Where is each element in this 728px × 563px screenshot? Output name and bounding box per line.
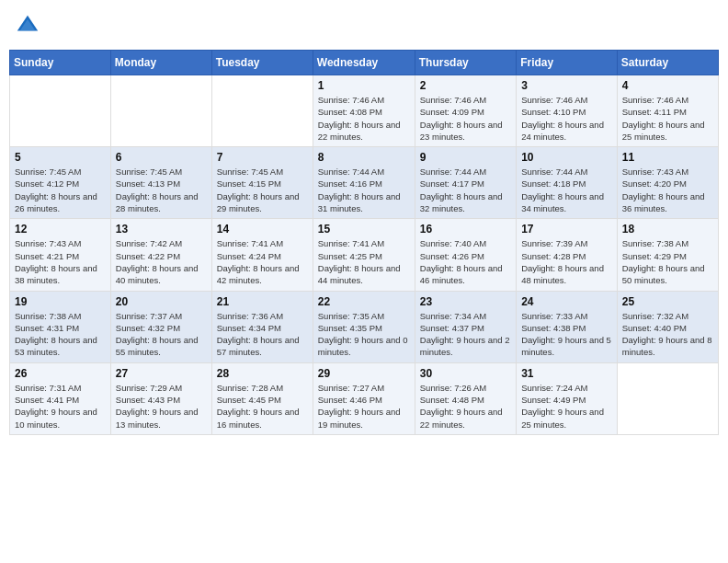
day-number: 17 xyxy=(521,223,612,236)
day-number: 4 xyxy=(622,79,713,92)
calendar-cell: 7Sunrise: 7:45 AM Sunset: 4:15 PM Daylig… xyxy=(211,147,313,219)
calendar-cell: 31Sunrise: 7:24 AM Sunset: 4:49 PM Dayli… xyxy=(517,362,618,434)
day-header-wednesday: Wednesday xyxy=(313,51,415,75)
day-header-sunday: Sunday xyxy=(10,51,111,75)
calendar-cell: 28Sunrise: 7:28 AM Sunset: 4:45 PM Dayli… xyxy=(211,362,313,434)
calendar-cell: 17Sunrise: 7:39 AM Sunset: 4:28 PM Dayli… xyxy=(517,219,618,291)
day-info: Sunrise: 7:40 AM Sunset: 4:26 PM Dayligh… xyxy=(420,237,511,286)
day-info: Sunrise: 7:44 AM Sunset: 4:18 PM Dayligh… xyxy=(521,166,612,214)
day-info: Sunrise: 7:46 AM Sunset: 4:10 PM Dayligh… xyxy=(521,94,612,143)
day-header-tuesday: Tuesday xyxy=(211,51,313,75)
day-info: Sunrise: 7:39 AM Sunset: 4:28 PM Dayligh… xyxy=(521,237,612,286)
day-number: 16 xyxy=(420,223,511,236)
day-number: 9 xyxy=(420,151,511,164)
day-info: Sunrise: 7:28 AM Sunset: 4:45 PM Dayligh… xyxy=(217,382,308,431)
calendar-cell xyxy=(10,75,111,147)
calendar-cell: 8Sunrise: 7:44 AM Sunset: 4:16 PM Daylig… xyxy=(313,147,415,219)
day-number: 27 xyxy=(116,367,207,380)
day-info: Sunrise: 7:46 AM Sunset: 4:08 PM Dayligh… xyxy=(318,94,410,143)
day-header-saturday: Saturday xyxy=(617,51,718,75)
calendar-cell: 30Sunrise: 7:26 AM Sunset: 4:48 PM Dayli… xyxy=(415,362,516,434)
calendar-cell: 24Sunrise: 7:33 AM Sunset: 4:38 PM Dayli… xyxy=(517,291,618,362)
calendar-cell: 13Sunrise: 7:42 AM Sunset: 4:22 PM Dayli… xyxy=(110,219,211,291)
calendar-cell: 9Sunrise: 7:44 AM Sunset: 4:17 PM Daylig… xyxy=(415,147,516,219)
day-number: 1 xyxy=(318,79,410,92)
day-info: Sunrise: 7:29 AM Sunset: 4:43 PM Dayligh… xyxy=(116,382,207,431)
day-number: 7 xyxy=(217,151,308,164)
day-info: Sunrise: 7:36 AM Sunset: 4:34 PM Dayligh… xyxy=(217,310,308,359)
calendar-cell: 22Sunrise: 7:35 AM Sunset: 4:35 PM Dayli… xyxy=(313,291,415,362)
calendar-cell xyxy=(211,75,313,147)
day-info: Sunrise: 7:46 AM Sunset: 4:11 PM Dayligh… xyxy=(622,94,713,143)
day-info: Sunrise: 7:43 AM Sunset: 4:21 PM Dayligh… xyxy=(15,237,106,286)
day-info: Sunrise: 7:43 AM Sunset: 4:20 PM Dayligh… xyxy=(622,166,713,214)
day-number: 21 xyxy=(217,295,308,308)
calendar-cell: 1Sunrise: 7:46 AM Sunset: 4:08 PM Daylig… xyxy=(313,75,415,147)
calendar-cell: 10Sunrise: 7:44 AM Sunset: 4:18 PM Dayli… xyxy=(517,147,618,219)
calendar-cell: 29Sunrise: 7:27 AM Sunset: 4:46 PM Dayli… xyxy=(313,362,415,434)
calendar-cell: 27Sunrise: 7:29 AM Sunset: 4:43 PM Dayli… xyxy=(110,362,211,434)
day-info: Sunrise: 7:38 AM Sunset: 4:29 PM Dayligh… xyxy=(622,237,713,286)
calendar-cell xyxy=(617,362,718,434)
calendar-cell: 18Sunrise: 7:38 AM Sunset: 4:29 PM Dayli… xyxy=(617,219,718,291)
day-number: 14 xyxy=(217,223,308,236)
day-number: 23 xyxy=(420,295,511,308)
day-number: 19 xyxy=(15,295,106,308)
day-number: 10 xyxy=(521,151,612,164)
day-info: Sunrise: 7:42 AM Sunset: 4:22 PM Dayligh… xyxy=(116,237,207,286)
day-number: 30 xyxy=(420,367,511,380)
calendar-cell: 2Sunrise: 7:46 AM Sunset: 4:09 PM Daylig… xyxy=(415,75,516,147)
calendar-cell: 15Sunrise: 7:41 AM Sunset: 4:25 PM Dayli… xyxy=(313,219,415,291)
calendar-cell: 26Sunrise: 7:31 AM Sunset: 4:41 PM Dayli… xyxy=(10,362,111,434)
day-info: Sunrise: 7:45 AM Sunset: 4:12 PM Dayligh… xyxy=(15,166,106,214)
day-info: Sunrise: 7:38 AM Sunset: 4:31 PM Dayligh… xyxy=(15,310,106,359)
day-number: 6 xyxy=(116,151,207,164)
day-info: Sunrise: 7:24 AM Sunset: 4:49 PM Dayligh… xyxy=(521,382,612,431)
calendar-cell: 5Sunrise: 7:45 AM Sunset: 4:12 PM Daylig… xyxy=(10,147,111,219)
calendar-cell: 4Sunrise: 7:46 AM Sunset: 4:11 PM Daylig… xyxy=(617,75,718,147)
day-number: 25 xyxy=(622,295,713,308)
day-number: 31 xyxy=(521,367,612,380)
page-header xyxy=(9,9,719,42)
calendar-cell: 12Sunrise: 7:43 AM Sunset: 4:21 PM Dayli… xyxy=(10,219,111,291)
day-info: Sunrise: 7:35 AM Sunset: 4:35 PM Dayligh… xyxy=(318,310,410,359)
logo xyxy=(15,13,44,39)
day-info: Sunrise: 7:44 AM Sunset: 4:16 PM Dayligh… xyxy=(318,166,410,214)
day-number: 26 xyxy=(15,367,106,380)
day-number: 20 xyxy=(116,295,207,308)
day-info: Sunrise: 7:32 AM Sunset: 4:40 PM Dayligh… xyxy=(622,310,713,359)
logo-icon xyxy=(15,13,40,39)
day-number: 15 xyxy=(318,223,410,236)
calendar-cell: 3Sunrise: 7:46 AM Sunset: 4:10 PM Daylig… xyxy=(517,75,618,147)
day-info: Sunrise: 7:27 AM Sunset: 4:46 PM Dayligh… xyxy=(318,382,410,431)
day-number: 12 xyxy=(15,223,106,236)
calendar-cell xyxy=(110,75,211,147)
day-number: 13 xyxy=(116,223,207,236)
day-info: Sunrise: 7:46 AM Sunset: 4:09 PM Dayligh… xyxy=(420,94,511,143)
day-number: 3 xyxy=(521,79,612,92)
day-info: Sunrise: 7:31 AM Sunset: 4:41 PM Dayligh… xyxy=(15,382,106,431)
calendar-cell: 6Sunrise: 7:45 AM Sunset: 4:13 PM Daylig… xyxy=(110,147,211,219)
day-info: Sunrise: 7:45 AM Sunset: 4:13 PM Dayligh… xyxy=(116,166,207,214)
day-number: 28 xyxy=(217,367,308,380)
day-info: Sunrise: 7:41 AM Sunset: 4:25 PM Dayligh… xyxy=(318,237,410,286)
day-info: Sunrise: 7:26 AM Sunset: 4:48 PM Dayligh… xyxy=(420,382,511,431)
calendar-cell: 21Sunrise: 7:36 AM Sunset: 4:34 PM Dayli… xyxy=(211,291,313,362)
calendar-cell: 16Sunrise: 7:40 AM Sunset: 4:26 PM Dayli… xyxy=(415,219,516,291)
day-number: 8 xyxy=(318,151,410,164)
day-number: 24 xyxy=(521,295,612,308)
calendar-cell: 11Sunrise: 7:43 AM Sunset: 4:20 PM Dayli… xyxy=(617,147,718,219)
day-header-friday: Friday xyxy=(517,51,618,75)
calendar-cell: 23Sunrise: 7:34 AM Sunset: 4:37 PM Dayli… xyxy=(415,291,516,362)
calendar-cell: 14Sunrise: 7:41 AM Sunset: 4:24 PM Dayli… xyxy=(211,219,313,291)
day-number: 18 xyxy=(622,223,713,236)
calendar-cell: 25Sunrise: 7:32 AM Sunset: 4:40 PM Dayli… xyxy=(617,291,718,362)
day-info: Sunrise: 7:44 AM Sunset: 4:17 PM Dayligh… xyxy=(420,166,511,214)
calendar-table: SundayMondayTuesdayWednesdayThursdayFrid… xyxy=(9,50,719,435)
day-number: 5 xyxy=(15,151,106,164)
day-number: 22 xyxy=(318,295,410,308)
calendar-cell: 19Sunrise: 7:38 AM Sunset: 4:31 PM Dayli… xyxy=(10,291,111,362)
day-info: Sunrise: 7:34 AM Sunset: 4:37 PM Dayligh… xyxy=(420,310,511,359)
day-info: Sunrise: 7:33 AM Sunset: 4:38 PM Dayligh… xyxy=(521,310,612,359)
day-header-thursday: Thursday xyxy=(415,51,516,75)
